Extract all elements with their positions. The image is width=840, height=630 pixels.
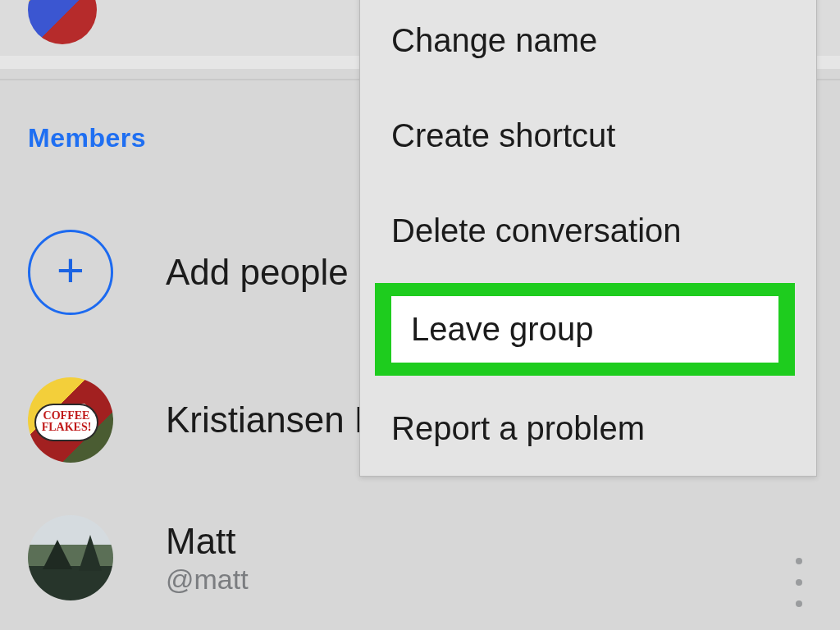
menu-item-report-problem[interactable]: Report a problem: [360, 381, 816, 476]
menu-item-create-shortcut[interactable]: Create shortcut: [360, 88, 816, 183]
header-avatar: [28, 0, 97, 44]
member-name: Kristiansen L: [166, 399, 374, 441]
section-header-members: Members: [28, 123, 146, 153]
add-people-row[interactable]: + Add people: [28, 230, 349, 315]
avatar: COFFEE FLAKES!: [28, 377, 113, 463]
avatar-bubble-text: COFFEE FLAKES!: [34, 404, 98, 441]
menu-item-leave-group-highlight: Leave group: [375, 283, 795, 376]
menu-item-leave-group[interactable]: Leave group: [391, 296, 778, 363]
member-row[interactable]: COFFEE FLAKES! Kristiansen L: [28, 377, 374, 463]
plus-icon: +: [28, 230, 113, 315]
avatar: [28, 515, 113, 600]
menu-item-delete-conversation[interactable]: Delete conversation: [360, 183, 816, 278]
menu-item-change-name[interactable]: Change name: [360, 0, 816, 88]
member-handle: @matt: [166, 564, 249, 596]
add-people-label: Add people: [166, 252, 349, 293]
overflow-menu-icon[interactable]: [789, 558, 809, 607]
context-menu: Change name Create shortcut Delete conve…: [359, 0, 817, 477]
member-row[interactable]: Matt @matt: [28, 515, 249, 600]
member-name: Matt: [166, 521, 249, 562]
